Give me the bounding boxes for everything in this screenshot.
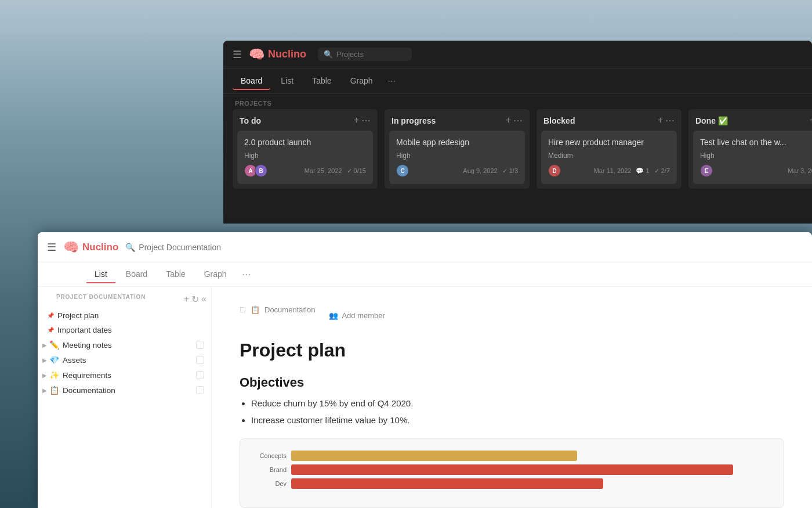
more-tabs-icon[interactable]: ··· <box>383 74 400 89</box>
sidebar-item-checkbox[interactable] <box>196 371 204 379</box>
card-footer: E Mar 3, 2022 <box>700 164 812 177</box>
sidebar-item-label: Documentation <box>63 386 115 395</box>
document-title: Project plan <box>240 340 784 361</box>
tab-table[interactable]: Table <box>304 73 339 90</box>
card-checklist: ✓ 1/3 <box>502 167 518 175</box>
add-member-button[interactable]: 👥 Add member <box>324 309 389 322</box>
col-title-blocked: Blocked <box>543 116 575 125</box>
top-search-bar[interactable]: 🔍 <box>318 48 412 61</box>
add-member-label: Add member <box>342 311 385 320</box>
hamburger-menu-icon[interactable]: ☰ <box>233 48 242 61</box>
search-bottom-icon: 🔍 <box>125 243 135 252</box>
avatar: B <box>255 164 267 177</box>
chevron-right-icon: ▶ <box>42 387 47 394</box>
card-date: Mar 25, 2022 <box>304 167 342 174</box>
main-content: ☐ 📋 Documentation 👥 Add member Project p… <box>212 287 812 508</box>
pin-icon: 📌 <box>47 312 54 319</box>
card-avatars: A B <box>244 164 265 177</box>
sidebar-item-important-dates[interactable]: 📌 Important dates <box>38 323 211 337</box>
add-item-icon[interactable]: + <box>184 294 189 305</box>
card-mobile-redesign[interactable]: Mobile app redesign High C Aug 9, 2022 ✓… <box>389 131 525 184</box>
card-product-launch[interactable]: 2.0 product launch High A B Mar 25, 2022… <box>237 131 373 184</box>
collapse-sidebar-icon[interactable]: « <box>201 294 206 305</box>
col-menu-inprogress-icon[interactable]: ⋯ <box>513 115 523 126</box>
hamburger-menu-light-icon[interactable]: ☰ <box>47 241 56 254</box>
refresh-icon[interactable]: ↻ <box>191 294 199 305</box>
bottom-panel: ☰ 🧠 Nuclino 🔍 List Board Table Graph ⋯ P… <box>38 232 812 508</box>
chart-row: Brand <box>252 464 772 475</box>
requirements-icon: ✨ <box>49 370 59 380</box>
card-live-chat[interactable]: Test live chat on the w... High E Mar 3,… <box>693 131 812 184</box>
sidebar-item-documentation[interactable]: ▶ 📋 Documentation <box>38 383 211 398</box>
sidebar-item-meeting-notes[interactable]: ▶ ✏️ Meeting notes <box>38 337 211 352</box>
card-priority: Medium <box>548 152 670 160</box>
card-checklist: ✓ 2/7 <box>654 167 670 175</box>
chevron-right-icon: ▶ <box>42 357 47 363</box>
chart-row: Dev <box>252 478 772 489</box>
chart-bar <box>291 464 733 475</box>
top-search-input[interactable] <box>336 50 406 59</box>
objectives-list: Reduce churn by 15% by end of Q4 2020. I… <box>251 397 784 427</box>
sidebar-item-assets[interactable]: ▶ 💎 Assets <box>38 352 211 368</box>
list-item: Reduce churn by 15% by end of Q4 2020. <box>251 397 784 410</box>
avatar: E <box>700 164 713 177</box>
card-title: Hire new product manager <box>548 138 670 147</box>
bottom-header: ☰ 🧠 Nuclino 🔍 <box>38 232 812 262</box>
chart-bar <box>291 478 603 489</box>
tab-list-bottom[interactable]: List <box>86 266 115 283</box>
breadcrumb: ☐ 📋 Documentation <box>240 305 315 314</box>
col-header-done: Done ✅ + ⋯ <box>688 109 812 131</box>
tab-board[interactable]: Board <box>233 73 270 90</box>
bottom-logo: 🧠 Nuclino <box>63 240 118 255</box>
card-priority: High <box>700 152 812 160</box>
tab-list[interactable]: List <box>273 73 302 90</box>
card-meta: Aug 9, 2022 ✓ 1/3 <box>463 167 518 175</box>
add-card-done-icon[interactable]: + <box>810 115 812 126</box>
card-footer: A B Mar 25, 2022 ✓ 0/15 <box>244 164 366 177</box>
bottom-tab-bar: List Board Table Graph ⋯ <box>38 262 812 287</box>
bottom-search-input[interactable] <box>139 243 255 252</box>
more-tabs-bottom-icon[interactable]: ⋯ <box>237 266 256 282</box>
tab-graph-bottom[interactable]: Graph <box>196 266 235 283</box>
chevron-right-icon: ▶ <box>42 372 47 379</box>
breadcrumb-icon: 📋 <box>251 305 260 314</box>
card-title: 2.0 product launch <box>244 138 366 147</box>
col-title-done: Done ✅ <box>695 116 728 125</box>
col-menu-blocked-icon[interactable]: ⋯ <box>665 115 675 126</box>
sidebar-item-checkbox[interactable] <box>196 356 204 364</box>
card-priority: High <box>396 152 518 160</box>
col-menu-todo-icon[interactable]: ⋯ <box>361 115 371 126</box>
sidebar-item-checkbox[interactable] <box>196 341 204 349</box>
chart-bar <box>291 451 577 461</box>
bottom-search-bar[interactable]: 🔍 <box>125 243 255 252</box>
top-tab-bar: Board List Table Graph ··· <box>223 69 812 94</box>
card-checklist: ✓ 0/15 <box>347 167 366 175</box>
chevron-right-icon: ▶ <box>42 342 47 348</box>
chart-label: Brand <box>252 466 287 473</box>
sidebar-group-left: ✨ Requirements <box>49 370 196 380</box>
assets-icon: 💎 <box>49 355 59 365</box>
tab-table-bottom[interactable]: Table <box>158 266 193 283</box>
sidebar-item-checkbox[interactable] <box>196 386 204 394</box>
logo-text: Nuclino <box>268 48 306 60</box>
col-header-inprogress: In progress + ⋯ <box>385 109 530 131</box>
add-member-icon: 👥 <box>329 311 338 320</box>
kanban-column-done: Done ✅ + ⋯ Test live chat on the w... Hi… <box>688 109 812 189</box>
sidebar-item-requirements[interactable]: ▶ ✨ Requirements <box>38 368 211 383</box>
chart-preview: Concepts Brand Dev <box>240 438 784 508</box>
document-heading: Objectives <box>240 375 784 390</box>
sidebar: PROJECT DOCUMENTATION + ↻ « 📌 Project pl… <box>38 287 212 508</box>
add-card-blocked-icon[interactable]: + <box>658 115 663 126</box>
sidebar-item-label: Project plan <box>57 311 99 320</box>
add-card-inprogress-icon[interactable]: + <box>506 115 511 126</box>
col-actions-blocked: + ⋯ <box>658 115 675 126</box>
tab-graph[interactable]: Graph <box>342 73 381 90</box>
sidebar-item-label: Meeting notes <box>63 341 112 350</box>
sidebar-item-project-plan[interactable]: 📌 Project plan <box>38 308 211 323</box>
add-card-todo-icon[interactable]: + <box>354 115 359 126</box>
card-avatars: D <box>548 164 559 177</box>
breadcrumb-checkbox-icon: ☐ <box>240 306 246 314</box>
card-hire-pm[interactable]: Hire new product manager Medium D Mar 11… <box>541 131 677 184</box>
col-header-todo: To do + ⋯ <box>233 109 378 131</box>
tab-board-bottom[interactable]: Board <box>118 266 155 283</box>
